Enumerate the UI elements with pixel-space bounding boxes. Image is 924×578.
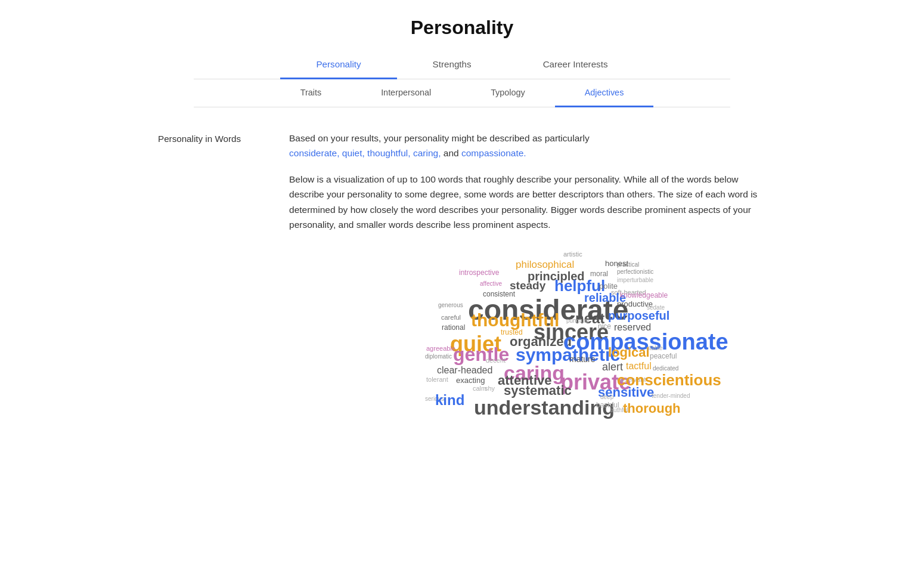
- subtab-typology[interactable]: Typology: [461, 79, 555, 107]
- top-nav: Personality Strengths Career Interests: [194, 51, 730, 79]
- word-cloud-word: tolerant: [426, 376, 448, 383]
- word-cloud-word: philosophical: [516, 259, 574, 271]
- word-cloud-word: mature: [569, 354, 596, 364]
- word-cloud-word: logical: [608, 345, 650, 360]
- word-cloud-word: generous: [438, 302, 463, 308]
- sub-nav: Traits Interpersonal Typology Adjectives: [194, 79, 730, 107]
- subtab-interpersonal[interactable]: Interpersonal: [351, 79, 461, 107]
- word-cloud-word: practical: [617, 261, 639, 268]
- word-cloud-word: purposeful: [608, 309, 669, 323]
- highlight-words-1: considerate, quiet, thoughtful, caring,: [289, 148, 441, 158]
- word-cloud-word: introspective: [459, 268, 499, 277]
- section-label: Personality in Words: [158, 131, 265, 435]
- word-cloud-word: diplomatic: [425, 353, 452, 360]
- word-cloud-word: affective: [480, 280, 502, 287]
- tab-strengths[interactable]: Strengths: [397, 51, 507, 79]
- word-cloud-word: exacting: [456, 376, 485, 385]
- word-cloud-word: perfectionistic: [617, 268, 653, 275]
- intro-text: Based on your results, your personality …: [289, 131, 766, 161]
- word-cloud-word: rational: [442, 323, 465, 332]
- word-cloud-word: stable: [647, 345, 663, 351]
- word-cloud-word: kind: [435, 392, 464, 409]
- word-cloud-word: careful: [441, 314, 461, 321]
- word-cloud-word: tender-minded: [652, 392, 690, 399]
- word-cloud-word: shy: [485, 385, 495, 392]
- subtab-traits[interactable]: Traits: [271, 79, 351, 107]
- page-title: Personality: [0, 0, 924, 51]
- word-cloud-word: peaceful: [650, 352, 677, 360]
- word-cloud-word: clear-headed: [437, 365, 492, 376]
- tab-personality[interactable]: Personality: [280, 51, 396, 79]
- word-cloud: artisticphilosophicalhonestintrospective…: [385, 251, 671, 435]
- word-cloud-word: knowledgeable: [620, 291, 668, 299]
- right-content: Based on your results, your personality …: [289, 131, 766, 435]
- subtab-adjectives[interactable]: Adjectives: [555, 79, 654, 107]
- description-text: Below is a visualization of up to 100 wo…: [289, 172, 766, 233]
- word-cloud-word: decent: [486, 357, 506, 364]
- word-cloud-word: understanding: [474, 396, 615, 419]
- content-area: Personality in Words Based on your resul…: [134, 131, 790, 435]
- word-cloud-word: imperturbable: [617, 277, 653, 283]
- word-cloud-word: artistic: [563, 251, 582, 258]
- and-text: and: [444, 148, 461, 158]
- highlight-words-2: compassionate.: [461, 148, 526, 158]
- tab-career-interests[interactable]: Career Interests: [507, 51, 644, 79]
- word-cloud-word: agreeable: [426, 345, 455, 352]
- word-cloud-word: thorough: [623, 401, 681, 416]
